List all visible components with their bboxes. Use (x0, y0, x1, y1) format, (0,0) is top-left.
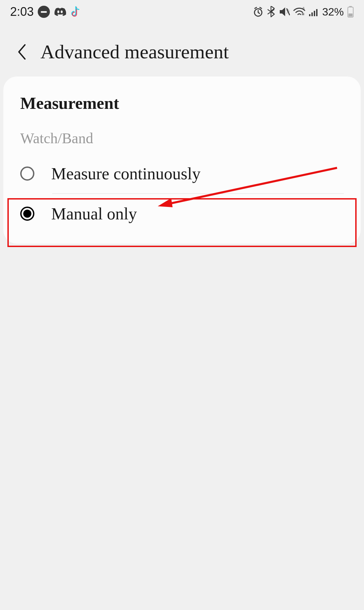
status-time: 2:03 (10, 5, 34, 19)
option-label: Measure continuously (51, 164, 201, 183)
svg-rect-4 (314, 11, 315, 16)
signal-icon (309, 7, 319, 16)
svg-rect-2 (309, 14, 310, 16)
svg-rect-3 (311, 12, 313, 16)
svg-rect-5 (316, 9, 317, 16)
svg-text:6: 6 (303, 7, 305, 10)
battery-percent: 32% (322, 6, 344, 18)
radio-unselected-icon (20, 166, 34, 181)
chevron-left-icon (17, 43, 27, 60)
status-right: 6 32% (253, 6, 354, 18)
mute-icon (278, 7, 290, 17)
wifi-icon: 6 (293, 7, 305, 17)
card-title: Measurement (3, 93, 361, 113)
bluetooth-icon (267, 6, 275, 18)
back-button[interactable] (17, 43, 27, 60)
svg-rect-8 (348, 13, 353, 17)
option-manual-only[interactable]: Manual only (3, 194, 361, 234)
radio-selected-icon (20, 207, 34, 221)
dnd-icon (38, 6, 50, 18)
option-measure-continuously[interactable]: Measure continuously (3, 154, 361, 193)
discord-icon (54, 7, 66, 17)
option-label: Manual only (51, 204, 137, 223)
measurement-card: Measurement Watch/Band Measure continuou… (3, 77, 361, 244)
tiktok-icon (70, 6, 80, 18)
battery-icon (347, 6, 354, 18)
page-title: Advanced measurement (40, 40, 229, 63)
alarm-icon (253, 6, 264, 17)
status-bar: 2:03 (0, 0, 364, 24)
status-left: 2:03 (10, 5, 80, 19)
section-label: Watch/Band (3, 130, 361, 147)
page-header: Advanced measurement (0, 24, 364, 77)
